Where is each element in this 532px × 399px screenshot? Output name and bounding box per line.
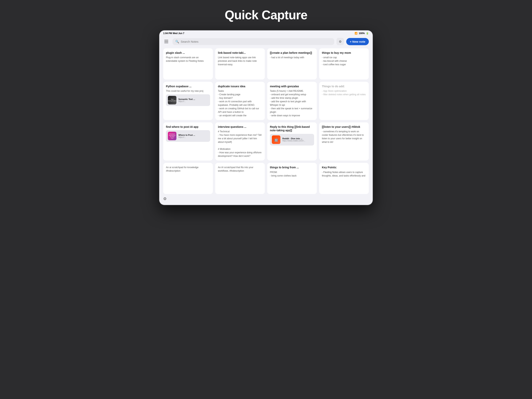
link-preview-url: https://... (178, 136, 208, 138)
link-preview-text: Semantic Text ... https://... (178, 98, 208, 103)
wifi-icon: 📶 (355, 32, 358, 35)
note-card-body: # Technical- You have more experience th… (218, 130, 262, 158)
link-preview: 🤖 Reddit - Dive into ... https://www.red… (270, 134, 314, 146)
note-card-body: FROM:- bring some clothes back (270, 170, 314, 178)
settings-gear[interactable]: ⚙ (163, 196, 369, 201)
note-card-body: Link based note-taking apps use link pre… (218, 56, 262, 66)
note-card-title: link-based note-taki... (218, 51, 262, 55)
filter-icon: ⚙ (339, 40, 342, 44)
note-card-title: Python supabase ... (166, 84, 210, 88)
note-card-title: things to buy my mom (322, 51, 366, 55)
note-card-body: Plug-in slash commands are an extendable… (166, 56, 210, 63)
note-card[interactable]: Reply to this thing [[link-based note-ta… (267, 122, 317, 161)
note-card-title: duplicate issues idea (218, 84, 262, 88)
tablet-frame: 1:04 PM Wed Jun 7 📶 100% 🔋 🔍 ⚙ + New not… (159, 30, 373, 205)
note-card-title: plugin slash ... (166, 51, 210, 55)
note-card-title: meeting with gonzalas (270, 84, 314, 88)
note-card-body: An ai scratchpad for knowledge #fndescri… (166, 166, 210, 173)
note-card[interactable]: [[listen to your users]] #tiktok- someti… (319, 122, 369, 161)
toolbar: 🔍 ⚙ + New note (163, 38, 369, 45)
note-card[interactable]: Key Points:- Fleeting Notes allows users… (319, 163, 369, 194)
note-card-body: This could be useful for my new proj (166, 89, 210, 93)
note-card[interactable]: An ai scratchpad for knowledge #fndescri… (163, 163, 213, 194)
search-input[interactable] (181, 40, 331, 43)
note-card-title: Reply to this thing [[link-based note-ta… (270, 125, 314, 132)
link-preview: Text Deduplication Semantic Text ... htt… (166, 94, 210, 106)
search-icon: 🔍 (175, 40, 179, 44)
note-card-title: [[create a plan before meetings]] (270, 51, 314, 55)
link-preview-text: Where to Post ... https://... (178, 134, 208, 138)
status-time: 1:04 PM Wed Jun 7 (163, 32, 184, 35)
note-card[interactable]: link-based note-taki...Link based note-t… (215, 48, 265, 79)
note-card-title: Key Points: (322, 166, 366, 169)
link-preview-url: https://... (178, 100, 208, 103)
note-card[interactable]: things to bring from ...FROM:- bring som… (267, 163, 317, 194)
note-card-body: - small ice cap- tea biscuit with cheese… (322, 56, 366, 66)
link-preview-text: Reddit - Dive into ... https://www.reddi… (282, 137, 312, 142)
status-bar: 1:04 PM Wed Jun 7 📶 100% 🔋 (159, 30, 373, 35)
note-card[interactable]: Things to do add:- App Store optimizatio… (319, 82, 369, 120)
note-card-title: find where to post AI app (166, 125, 210, 129)
note-card-title: [[listen to your users]] #tiktok (322, 125, 366, 129)
note-card-body: - App Store optimization- filter deleted… (322, 89, 366, 96)
search-bar[interactable]: 🔍 (172, 38, 334, 45)
link-preview-title: Reddit - Dive into ... (282, 137, 312, 140)
note-card-title: Things to do add: (322, 84, 366, 88)
battery-icon: 🔋 (366, 32, 369, 35)
note-card-title: interview questions ... (218, 125, 262, 129)
hamburger-line-3 (164, 43, 168, 43)
status-bar-right: 📶 100% 🔋 (355, 32, 369, 35)
link-preview-title: Semantic Text ... (178, 98, 208, 100)
note-card[interactable]: duplicate issues ideaTasks- Create landi… (215, 82, 265, 120)
battery-level: 100% (359, 32, 365, 35)
hamburger-button[interactable] (163, 38, 170, 45)
note-card-body: - had a lot of meetings today with (270, 56, 314, 59)
note-card[interactable]: interview questions ...# Technical- You … (215, 122, 265, 161)
note-card-body: - sometimes it's tempting to work on coo… (322, 130, 366, 144)
note-card-body: Tasks (5 hours) + Add README.- onboard a… (270, 89, 314, 117)
note-card[interactable]: [[create a plan before meetings]]- had a… (267, 48, 317, 79)
app-content: 🔍 ⚙ + New note plugin slash ...Plug-in s… (159, 35, 373, 205)
notes-grid: plugin slash ...Plug-in slash commands a… (163, 48, 369, 194)
note-card[interactable]: things to buy my mom- small ice cap- tea… (319, 48, 369, 79)
note-card[interactable]: plugin slash ...Plug-in slash commands a… (163, 48, 213, 79)
note-card-body: - Fleeting Notes allows users to capture… (322, 170, 366, 178)
hamburger-line-2 (164, 41, 168, 42)
note-card[interactable]: find where to post AI app PremiumDirecto… (163, 122, 213, 161)
note-card[interactable]: An AI scratchpad that fits into your wor… (215, 163, 265, 194)
link-preview-url: https://www.reddit.com/r/... (282, 140, 312, 142)
page-title: Quick Capture (225, 8, 307, 22)
note-card-body: Tasks- Create landing page- buy domain?-… (218, 89, 262, 117)
link-preview-title: Where to Post ... (178, 134, 208, 136)
note-card-title: things to bring from ... (270, 166, 314, 169)
link-preview: PremiumDirectoriesTo Post You! Where to … (166, 130, 210, 142)
note-card[interactable]: meeting with gonzalasTasks (5 hours) + A… (267, 82, 317, 120)
filter-button[interactable]: ⚙ (336, 38, 344, 45)
note-card[interactable]: Python supabase ...This could be useful … (163, 82, 213, 120)
new-note-button[interactable]: + New note (346, 38, 369, 45)
hamburger-line-1 (164, 40, 168, 40)
note-card-body: An AI scratchpad that fits into your wor… (218, 166, 262, 173)
